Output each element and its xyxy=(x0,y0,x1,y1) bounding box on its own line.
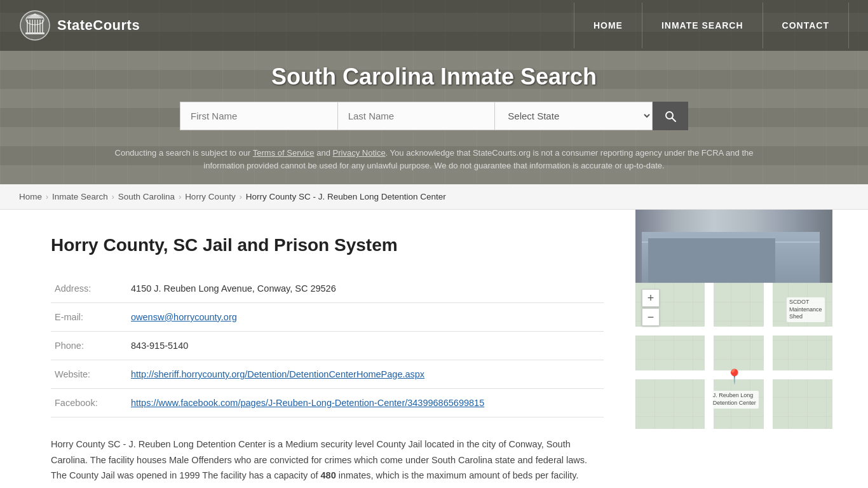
breadcrumb-sep-3: › xyxy=(179,193,181,201)
email-label: E-mail: xyxy=(51,303,127,332)
phone-value: 843-915-5140 xyxy=(127,332,604,360)
map-scdot-label: SCDOTMaintenanceShed xyxy=(787,297,825,322)
svg-line-12 xyxy=(672,118,676,121)
email-link[interactable]: owensw@horrycounty.org xyxy=(131,312,237,322)
website-label: Website: xyxy=(51,360,127,389)
site-logo[interactable]: StateCourts xyxy=(19,10,140,41)
nav-home[interactable]: HOME xyxy=(574,3,642,48)
facility-info-table: Address: 4150 J. Reuben Long Avenue, Con… xyxy=(51,274,604,417)
address-label: Address: xyxy=(51,274,127,303)
breadcrumb-south-carolina[interactable]: South Carolina xyxy=(118,192,175,201)
phone-label: Phone: xyxy=(51,332,127,360)
breadcrumb-horry-county[interactable]: Horry County xyxy=(185,192,236,201)
breadcrumb-home[interactable]: Home xyxy=(19,192,42,201)
disclaimer-and: and xyxy=(315,148,333,158)
facility-title: Horry County, SC Jail and Prison System xyxy=(51,235,604,255)
search-bar: Select State AlabamaAlaskaArizona Arkans… xyxy=(180,102,688,130)
map-road-h2 xyxy=(635,327,832,336)
website-row: Website: http://sheriff.horrycounty.org/… xyxy=(51,360,604,389)
address-row: Address: 4150 J. Reuben Long Avenue, Con… xyxy=(51,274,604,303)
svg-rect-9 xyxy=(25,32,44,34)
facebook-value: https://www.facebook.com/pages/J-Reuben-… xyxy=(127,389,604,417)
map-pin-icon: 📍 xyxy=(726,369,743,385)
page-header: StateCourts HOME INMATE SEARCH CONTACT S… xyxy=(0,0,868,184)
map-zoom-in-button[interactable]: + xyxy=(642,289,660,307)
breadcrumb-inmate-search[interactable]: Inmate Search xyxy=(52,192,108,201)
top-navigation: StateCourts HOME INMATE SEARCH CONTACT xyxy=(0,0,868,51)
logo-text: StateCourts xyxy=(57,17,140,34)
website-link[interactable]: http://sheriff.horrycounty.org/Detention… xyxy=(131,369,424,379)
logo-icon xyxy=(19,10,51,41)
search-button[interactable] xyxy=(653,102,688,130)
disclaimer-prefix: Conducting a search is subject to our xyxy=(115,148,253,158)
facility-description-1: Horry County SC - J. Reuben Long Detenti… xyxy=(51,437,604,484)
terms-of-service-link[interactable]: Terms of Service xyxy=(253,148,315,158)
last-name-input[interactable] xyxy=(337,102,496,130)
header-content: South Carolina Inmate Search Select Stat… xyxy=(0,51,868,184)
nav-contact[interactable]: CONTACT xyxy=(763,3,849,48)
main-layout: Horry County, SC Jail and Prison System … xyxy=(0,210,868,488)
disclaimer-text: Conducting a search is subject to our Te… xyxy=(85,140,783,184)
facility-photo xyxy=(635,210,832,283)
breadcrumb: Home › Inmate Search › South Carolina › … xyxy=(0,184,868,210)
breadcrumb-sep-1: › xyxy=(46,193,48,201)
page-title: South Carolina Inmate Search xyxy=(13,64,855,90)
nav-inmate-search[interactable]: INMATE SEARCH xyxy=(642,3,763,48)
nav-links: HOME INMATE SEARCH CONTACT xyxy=(574,3,849,48)
facebook-link[interactable]: https://www.facebook.com/pages/J-Reuben-… xyxy=(131,398,484,408)
map-road-v2 xyxy=(764,283,773,429)
website-value: http://sheriff.horrycounty.org/Detention… xyxy=(127,360,604,389)
first-name-input[interactable] xyxy=(180,102,337,130)
phone-row: Phone: 843-915-5140 xyxy=(51,332,604,360)
building-image xyxy=(642,232,820,283)
breadcrumb-sep-2: › xyxy=(112,193,114,201)
map-zoom-out-button[interactable]: − xyxy=(642,308,660,326)
right-panel: + − 📍 J. Reuben LongDetention Center SCD… xyxy=(635,210,832,488)
map-controls: + − xyxy=(642,289,660,326)
main-content: Horry County, SC Jail and Prison System … xyxy=(0,210,635,488)
breadcrumb-sep-4: › xyxy=(240,193,242,201)
map-container: + − 📍 J. Reuben LongDetention Center SCD… xyxy=(635,283,832,429)
address-value: 4150 J. Reuben Long Avenue, Conway, SC 2… xyxy=(127,274,604,303)
search-icon xyxy=(664,110,677,123)
facebook-label: Facebook: xyxy=(51,389,127,417)
email-row: E-mail: owensw@horrycounty.org xyxy=(51,303,604,332)
email-value: owensw@horrycounty.org xyxy=(127,303,604,332)
state-select[interactable]: Select State AlabamaAlaskaArizona Arkans… xyxy=(495,102,653,130)
breadcrumb-current: Horry County SC - J. Reuben Long Detenti… xyxy=(246,192,446,201)
capacity-value: 480 xyxy=(321,470,336,480)
privacy-notice-link[interactable]: Privacy Notice xyxy=(333,148,386,158)
map-pin-label: J. Reuben LongDetention Center xyxy=(710,391,759,408)
facebook-row: Facebook: https://www.facebook.com/pages… xyxy=(51,389,604,417)
description-p1-end: inmates, which is the maximum amount of … xyxy=(336,470,579,480)
